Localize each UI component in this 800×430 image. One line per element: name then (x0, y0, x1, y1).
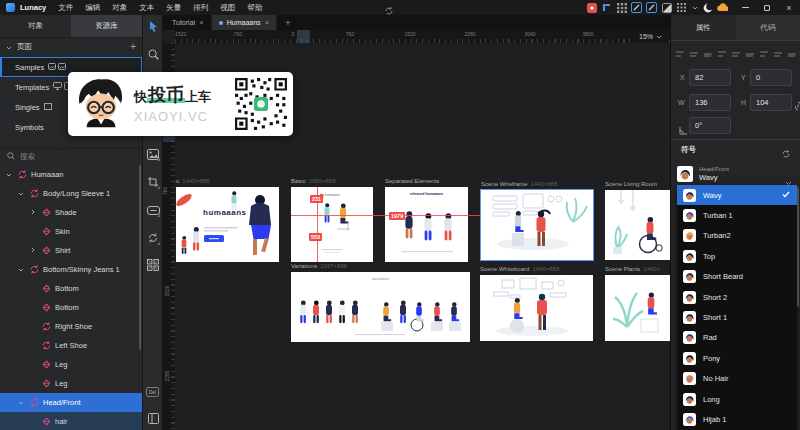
layer-row-humaaan[interactable]: Humaaan (0, 165, 142, 184)
menu-item[interactable]: 文本 (133, 0, 160, 15)
menu-item[interactable]: 视图 (214, 0, 241, 15)
layer-row-skin[interactable]: Skin (0, 222, 142, 241)
layer-row-leg[interactable]: Leg (0, 374, 142, 393)
layer-row-left-shoe[interactable]: Left Shoe (0, 336, 142, 355)
move-tool[interactable] (146, 19, 160, 33)
hair-option-short-1[interactable]: Short 1 (677, 307, 797, 327)
hair-option-long[interactable]: Long (677, 389, 797, 409)
search-row[interactable]: 搜索 (0, 148, 142, 165)
hair-option-hijab-1[interactable]: Hijab 1 (677, 409, 797, 429)
menu-item[interactable]: 对象 (106, 0, 133, 15)
new-tab-button[interactable]: + (277, 15, 298, 30)
hair-option-pony[interactable]: Pony (677, 348, 797, 368)
button-tool[interactable] (146, 203, 160, 217)
artboard-variations[interactable]: Variations2267×888variations (291, 272, 470, 342)
detach-symbol-icon[interactable] (781, 145, 791, 163)
close-tab-icon[interactable]: × (265, 18, 270, 27)
close-button[interactable]: × (778, 0, 800, 15)
slice-a-icon[interactable] (631, 2, 642, 13)
chevron-down-icon[interactable] (17, 189, 25, 198)
rotate-copies-tool[interactable] (146, 231, 160, 245)
dropdown-scrollbar[interactable] (797, 187, 799, 307)
hair-option-no-hair[interactable]: No Hair (677, 369, 797, 389)
delete-hint-badge[interactable]: Del (146, 387, 159, 397)
chevron-down-icon[interactable] (17, 398, 25, 407)
align-bottom-icon[interactable] (759, 45, 769, 63)
slice-b-icon[interactable] (646, 2, 657, 13)
hair-option-wavy[interactable]: Wavy (677, 185, 797, 205)
frame-tool[interactable] (146, 175, 160, 189)
y-input[interactable]: 0 (750, 69, 792, 86)
doc-tab-tutorial[interactable]: Tutorial× (165, 15, 212, 30)
rotation-input[interactable]: 0° (689, 117, 731, 134)
menu-item[interactable]: 排列 (187, 0, 214, 15)
tab-properties[interactable]: 属性 (671, 15, 736, 40)
distribute-h-icon[interactable] (717, 45, 727, 63)
align-right-icon[interactable] (703, 45, 713, 63)
artboard-wireframe[interactable]: Scene Wireframe1440×888 (481, 190, 593, 260)
artboard-label[interactable]: Scene Whiteboard1440×888 (480, 266, 559, 272)
notification-badge-icon[interactable] (586, 2, 597, 13)
distribute-v-icon[interactable] (773, 45, 783, 63)
cloud-sync-icon[interactable] (717, 2, 728, 13)
tree-scrollbar[interactable] (139, 165, 141, 350)
artboard-livingroom[interactable]: Scene Living Room (605, 190, 672, 260)
artboard-label[interactable]: o1440×888 (176, 178, 209, 184)
artboard-label[interactable]: Scene Living Room (605, 181, 660, 187)
layer-row-shade[interactable]: Shade (0, 203, 142, 222)
hair-option-short-beard[interactable]: Short Beard (677, 267, 797, 287)
menu-item[interactable]: 帮助 (241, 0, 268, 15)
artboard-label[interactable]: Variations2267×888 (291, 263, 347, 269)
w-input[interactable]: 136 (689, 94, 731, 111)
tidy-icon[interactable] (787, 45, 797, 63)
components-tool[interactable] (146, 258, 160, 272)
zoom-tool[interactable] (146, 47, 160, 61)
layer-row-body-long-sleeve-1[interactable]: Body/Long Sleeve 1 (0, 184, 142, 203)
layer-row-bottom-skinny-jeans-1[interactable]: Bottom/Skinny Jeans 1 (0, 260, 142, 279)
layer-row-leg[interactable]: Leg (0, 355, 142, 374)
contrast-icon[interactable] (661, 2, 672, 13)
tab-code[interactable]: 代码 (736, 15, 800, 40)
snap-grid-icon[interactable] (676, 2, 687, 13)
hair-option-turban-1[interactable]: Turban 1 (677, 205, 797, 225)
chevron-right-icon[interactable] (29, 246, 37, 255)
artboard-basic[interactable]: Basic1056×888humaaans231553 (291, 187, 373, 262)
artboard-separated[interactable]: Separated Elementsreleased humaaans1979 (385, 187, 468, 262)
hair-option-top[interactable]: Top (677, 246, 797, 266)
x-input[interactable]: 82 (689, 69, 731, 86)
hair-option-rad[interactable]: Rad (677, 328, 797, 348)
layout-columns-icon[interactable] (146, 411, 160, 425)
corner-tool-icon[interactable] (601, 2, 612, 13)
align-middle-icon[interactable] (745, 45, 755, 63)
artboard-whiteboard[interactable]: Scene Whiteboard1440×888 (480, 275, 593, 341)
doc-tab-humaaans[interactable]: Humaaans× (212, 15, 278, 30)
chevron-down-icon[interactable] (691, 2, 698, 13)
symbol-selector[interactable]: Head/Front Wavy (677, 163, 795, 185)
hair-option-turban2[interactable]: Turban2 (677, 226, 797, 246)
minimize-button[interactable] (734, 0, 756, 15)
close-tab-icon[interactable]: × (199, 18, 204, 27)
layer-row-bottom[interactable]: Bottom (0, 279, 142, 298)
layer-row-hair[interactable]: hair (0, 412, 142, 430)
image-tool[interactable] (146, 147, 160, 161)
sync-icon[interactable] (384, 2, 394, 20)
layer-row-head-front[interactable]: Head/Front (0, 393, 142, 412)
chevron-right-icon[interactable] (29, 208, 37, 217)
menu-item[interactable]: 文件 (52, 0, 79, 15)
add-page-button[interactable]: + (130, 42, 136, 52)
restore-button[interactable] (756, 0, 778, 15)
chevron-down-icon[interactable] (17, 265, 25, 274)
layer-row-bottom[interactable]: Bottom (0, 298, 142, 317)
h-input[interactable]: 104 (750, 94, 792, 111)
artboard-label[interactable]: Scene Plants1440× (605, 266, 660, 272)
tab-library[interactable]: 资源库 (71, 15, 142, 37)
grid-view-icon[interactable] (616, 2, 627, 13)
artboard-hero[interactable]: o1440×888humaaans (176, 187, 279, 262)
layer-row-shirt[interactable]: Shirt (0, 241, 142, 260)
layer-row-right-shoe[interactable]: Right Shoe (0, 317, 142, 336)
artboard-label[interactable]: Separated Elements (385, 178, 442, 184)
tab-objects[interactable]: 对象 (0, 15, 71, 37)
chevron-down-icon[interactable] (5, 170, 13, 179)
artboard-label[interactable]: Basic1056×888 (291, 178, 336, 184)
menu-item[interactable]: 编辑 (79, 0, 106, 15)
